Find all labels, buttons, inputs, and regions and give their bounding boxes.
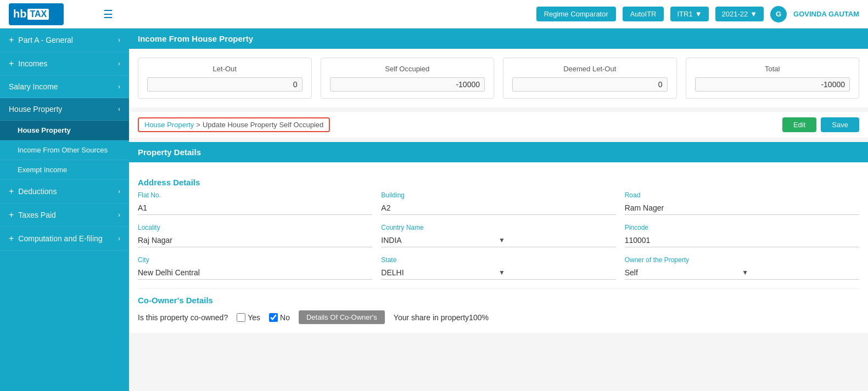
arrow-icon: ›: [118, 83, 120, 90]
save-button[interactable]: Save: [821, 117, 859, 132]
sidebar: + Part A - General › + Incomes › Salary …: [0, 29, 129, 391]
sidebar-item-label: Part A - General: [18, 36, 73, 44]
road-label: Road: [625, 191, 859, 199]
main-content: Income From House Property Let-Out Self …: [129, 29, 868, 391]
itr-dropdown-button[interactable]: ITR1 ▼: [670, 7, 708, 21]
coowner-no-label: No: [280, 313, 290, 322]
property-details-section: Property Details Address Details Flat No…: [129, 142, 868, 333]
sidebar-item-part-a[interactable]: + Part A - General ›: [0, 29, 129, 52]
pincode-value[interactable]: 110001: [625, 234, 859, 247]
owner-group: Owner of the Property Self ▼: [625, 256, 859, 280]
coowner-title: Co-Owner's Details: [138, 288, 859, 310]
plus-icon: +: [9, 35, 14, 45]
coowner-no-checkbox[interactable]: [269, 313, 278, 322]
state-select[interactable]: DELHI ▼: [381, 266, 615, 280]
city-group: City New Delhi Central: [138, 256, 372, 280]
coowner-section: Co-Owner's Details Is this property co-o…: [129, 288, 868, 333]
avatar: G: [770, 6, 787, 22]
deemed-let-out-card: Deemed Let-Out: [503, 58, 677, 99]
property-section-header: Property Details: [129, 142, 868, 162]
country-select[interactable]: INDIA ▼: [381, 234, 615, 247]
user-name: GOVINDA GAUTAM: [793, 10, 859, 18]
address-grid: Flat No. A1 Building A2 Road Ram Nager L…: [129, 191, 868, 288]
action-buttons: Edit Save: [782, 117, 859, 132]
owner-label: Owner of the Property: [625, 256, 859, 264]
hamburger-icon[interactable]: ☰: [103, 8, 113, 21]
locality-group: Locality Raj Nagar: [138, 224, 372, 247]
sidebar-sub-income-other-sources[interactable]: Income From Other Sources: [0, 140, 129, 160]
sidebar-sub-label: Exempt Income: [18, 166, 67, 174]
coowner-no-group: No: [269, 313, 290, 322]
let-out-card: Let-Out: [138, 58, 312, 99]
logo-tax: TAX: [27, 9, 49, 20]
building-value[interactable]: A2: [381, 201, 615, 215]
sidebar-sub-label: Income From Other Sources: [18, 146, 108, 154]
chevron-down-icon: ▼: [695, 10, 702, 18]
arrow-icon: ‹: [118, 105, 120, 113]
sidebar-item-salary-income[interactable]: Salary Income ›: [0, 76, 129, 98]
regime-comparator-button[interactable]: Regime Comparator: [536, 7, 616, 21]
breadcrumb-link[interactable]: House Property: [144, 121, 194, 129]
summary-cards: Let-Out Self Occupied Deemed Let-Out Tot…: [129, 58, 868, 99]
let-out-input[interactable]: [147, 77, 303, 92]
breadcrumb: House Property > Update House Property S…: [138, 117, 330, 132]
breadcrumb-separator: >: [196, 121, 200, 129]
road-value[interactable]: Ram Nager: [625, 201, 859, 215]
autoinr-button[interactable]: AutoITR: [623, 7, 664, 21]
plus-icon: +: [9, 59, 14, 69]
arrow-icon: ›: [118, 211, 120, 219]
plus-icon: +: [9, 186, 14, 196]
flat-no-value[interactable]: A1: [138, 201, 372, 215]
state-label: State: [381, 256, 615, 264]
breadcrumb-current: Update House Property Self Occupied: [203, 121, 323, 129]
coowner-yes-label: Yes: [248, 313, 260, 322]
year-dropdown-button[interactable]: 2021-22 ▼: [715, 7, 764, 21]
chevron-down-icon: ▼: [750, 10, 757, 18]
flat-no-group: Flat No. A1: [138, 191, 372, 215]
header: hb TAX ☰ Regime Comparator AutoITR ITR1 …: [0, 0, 868, 29]
let-out-label: Let-Out: [147, 65, 303, 73]
sidebar-item-label: Salary Income: [9, 82, 58, 91]
arrow-icon: ›: [118, 235, 120, 242]
city-value[interactable]: New Delhi Central: [138, 266, 372, 280]
arrow-icon: ›: [118, 36, 120, 44]
sidebar-item-house-property[interactable]: House Property ‹: [0, 98, 129, 121]
breadcrumb-area: House Property > Update House Property S…: [129, 112, 868, 138]
arrow-icon: ›: [118, 188, 120, 195]
locality-value[interactable]: Raj Nagar: [138, 234, 372, 247]
sidebar-item-computation[interactable]: + Computation and E-filing ›: [0, 227, 129, 251]
edit-button[interactable]: Edit: [782, 117, 816, 132]
total-input[interactable]: [695, 77, 850, 92]
total-label: Total: [695, 65, 850, 73]
deemed-let-out-label: Deemed Let-Out: [512, 65, 668, 73]
pincode-group: Pincode 110001: [625, 224, 859, 247]
coowner-question: Is this property co-owned?: [138, 313, 228, 322]
city-label: City: [138, 256, 372, 264]
state-group: State DELHI ▼: [381, 256, 615, 280]
sidebar-item-deductions[interactable]: + Deductions ›: [0, 180, 129, 203]
chevron-down-icon: ▼: [742, 269, 859, 276]
owner-select[interactable]: Self ▼: [625, 266, 859, 280]
state-value: DELHI: [381, 268, 499, 277]
coowner-row: Is this property co-owned? Yes No Detail…: [138, 310, 859, 324]
coowner-details-button[interactable]: Details Of Co-Owner's: [299, 310, 385, 324]
chevron-down-icon: ▼: [499, 269, 616, 276]
sidebar-item-label: Deductions: [18, 187, 57, 196]
country-group: Country Name INDIA ▼: [381, 224, 615, 247]
coowner-yes-checkbox[interactable]: [237, 313, 245, 322]
plus-icon: +: [9, 234, 14, 243]
deemed-let-out-input[interactable]: [512, 77, 668, 92]
sidebar-sub-exempt-income[interactable]: Exempt Income: [0, 160, 129, 180]
locality-label: Locality: [138, 224, 372, 231]
self-occupied-input[interactable]: [330, 77, 485, 92]
sidebar-item-incomes[interactable]: + Incomes ›: [0, 52, 129, 76]
building-group: Building A2: [381, 191, 615, 215]
flat-no-label: Flat No.: [138, 191, 372, 199]
country-label: Country Name: [381, 224, 615, 231]
sidebar-item-label: Taxes Paid: [18, 211, 55, 219]
sidebar-item-taxes-paid[interactable]: + Taxes Paid ›: [0, 203, 129, 227]
sidebar-sub-label: House Property: [18, 126, 71, 134]
summary-section-header: Income From House Property: [129, 29, 868, 49]
sidebar-sub-house-property[interactable]: House Property: [0, 121, 129, 140]
pincode-label: Pincode: [625, 224, 859, 231]
